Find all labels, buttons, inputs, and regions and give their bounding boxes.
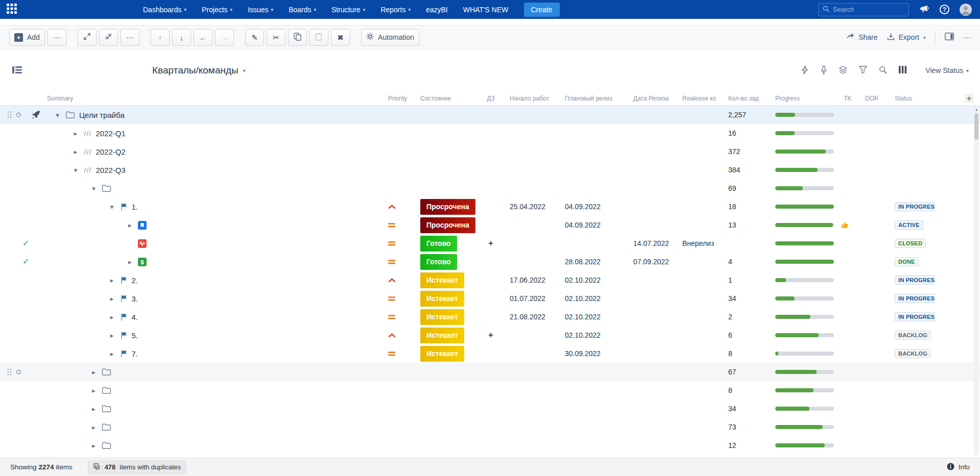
nav-menu-reports[interactable]: Reports▾ [380, 6, 411, 14]
priority-medium-icon[interactable] [388, 351, 395, 357]
status-lozenge[interactable]: ACTIVE [895, 220, 923, 230]
collapse-toggle-icon[interactable]: ▾ [72, 167, 80, 173]
cut-button[interactable]: ✂ [267, 29, 285, 46]
table-row[interactable]: ▾69 [0, 179, 980, 197]
status-lozenge[interactable]: IN PROGRESS [895, 275, 935, 285]
expand-toggle-icon[interactable]: ▸ [108, 295, 116, 302]
priority-medium-icon[interactable] [388, 314, 395, 320]
table-row[interactable]: ▸3.Истекает01.07.202202.10.202234IN PROG… [0, 289, 980, 308]
state-chip[interactable]: Просрочена [420, 217, 475, 233]
column-header-tk[interactable]: TK [834, 91, 855, 105]
column-header-status[interactable]: Status [878, 91, 935, 105]
share-button[interactable]: Share [846, 33, 877, 42]
state-chip[interactable]: Истекает [420, 328, 464, 343]
info-button[interactable]: Info [947, 463, 970, 472]
table-row[interactable]: ▸5.Истекает+02.10.20226BACKLOG [0, 326, 980, 344]
row-action-icon[interactable] [32, 111, 40, 119]
table-row[interactable]: ▾2022-Q3384 [0, 161, 980, 179]
table-row[interactable]: ✓Готово+14.07.2022ВнерелизCLOSED [0, 234, 980, 253]
state-chip[interactable]: Готово [420, 254, 457, 270]
column-header-plan[interactable]: Плановый релиз [558, 91, 624, 105]
columns-button[interactable] [899, 66, 906, 75]
export-button[interactable]: Export ▾ [887, 33, 926, 42]
state-chip[interactable]: Истекает [420, 346, 464, 362]
column-header-start[interactable]: Начало работ [501, 91, 558, 105]
scrollbar-thumb[interactable] [974, 113, 978, 140]
collapse-toggle-icon[interactable]: ▾ [90, 185, 98, 192]
status-lozenge[interactable]: IN PROGRESS [895, 202, 935, 211]
collapse-toggle-icon[interactable]: ▾ [108, 204, 116, 210]
collapse-toggle-icon[interactable]: ▾ [54, 112, 61, 118]
table-row[interactable]: ▸7.Истекает30.09.20228BACKLOG [0, 344, 980, 363]
drag-handle-icon[interactable] [7, 111, 12, 119]
table-row[interactable]: ✓▸$Готово28.08.202207.09.20224DONE [0, 253, 980, 271]
edit-button[interactable]: ✎ [245, 29, 264, 46]
search-input[interactable] [833, 6, 899, 13]
pin-button[interactable] [820, 65, 827, 76]
vertical-scrollbar[interactable]: ▲ [974, 107, 979, 456]
paste-button[interactable] [309, 29, 328, 46]
nav-menu-eazybi[interactable]: eazyBI [426, 6, 448, 14]
status-lozenge[interactable]: BACKLOG [895, 331, 931, 340]
priority-medium-icon[interactable] [388, 222, 395, 228]
table-row[interactable]: ▸73 [0, 418, 980, 436]
move-down-button[interactable]: ↓ [172, 29, 191, 46]
filter-button[interactable] [859, 66, 867, 75]
more-options-button[interactable]: ⋯ [963, 34, 971, 41]
nav-menu-projects[interactable]: Projects▾ [202, 6, 232, 14]
drag-handle-icon[interactable] [7, 368, 12, 376]
panel-layout-button[interactable] [945, 33, 954, 42]
status-lozenge[interactable]: CLOSED [895, 239, 926, 248]
state-chip[interactable]: Истекает [420, 291, 464, 307]
nav-menu-boards[interactable]: Boards▾ [289, 6, 316, 14]
priority-high-icon[interactable] [388, 204, 396, 209]
search-in-structure-button[interactable] [879, 66, 887, 76]
expand-toggle-icon[interactable]: ▸ [90, 387, 98, 394]
status-lozenge[interactable]: BACKLOG [895, 349, 931, 358]
table-row[interactable]: ▸34 [0, 399, 980, 418]
layers-button[interactable] [839, 66, 847, 76]
table-row[interactable]: ▸2.Истекает17.06.202202.10.20221IN PROGR… [0, 271, 980, 289]
expand-toggle-icon[interactable]: ▸ [108, 277, 116, 284]
table-row[interactable]: ▸67 [0, 363, 980, 381]
collapse-all-button[interactable] [99, 29, 118, 46]
column-header-progress[interactable]: Progress [768, 91, 834, 105]
outdent-button[interactable]: ← [194, 29, 212, 46]
state-chip[interactable]: Готово [420, 236, 457, 252]
expand-toggle-icon[interactable]: ▸ [108, 332, 116, 339]
view-status-dropdown[interactable]: View Status ▾ [925, 66, 969, 74]
indent-button[interactable]: → [215, 29, 234, 46]
expand-toggle-icon[interactable]: ▸ [90, 424, 98, 431]
app-switcher-button[interactable] [0, 0, 23, 19]
expand-toggle-icon[interactable]: ▸ [72, 148, 80, 155]
status-lozenge[interactable]: DONE [895, 257, 919, 266]
scroll-up-icon[interactable]: ▲ [974, 107, 979, 112]
add-more-menu-button[interactable]: ⋯ [47, 29, 66, 46]
expand-toggle-icon[interactable]: ▸ [126, 222, 134, 229]
quick-transform-button[interactable] [801, 65, 808, 76]
structure-title-dropdown[interactable]: Кварталы/команды ▾ [152, 65, 246, 76]
expand-toggle-icon[interactable]: ▸ [126, 259, 134, 265]
nav-menu-structure[interactable]: Structure▾ [331, 6, 365, 14]
automation-button[interactable]: Automation [361, 29, 419, 46]
expand-toggle-icon[interactable]: ▸ [90, 442, 98, 449]
nav-menu-dashboards[interactable]: Dashboards▾ [143, 6, 186, 14]
state-chip[interactable]: Истекает [420, 272, 464, 288]
expand-toggle-icon[interactable]: ▸ [90, 369, 98, 375]
nav-menu-what-s-new[interactable]: WHAT'S NEW [463, 6, 509, 14]
scrollbar-track[interactable] [974, 107, 979, 456]
priority-medium-icon[interactable] [388, 241, 395, 246]
priority-medium-icon[interactable] [388, 259, 395, 265]
copy-button[interactable] [288, 29, 307, 46]
column-header-reldate[interactable]: Дата Релиза [624, 91, 675, 105]
status-lozenge[interactable]: IN PROGRESS [895, 294, 935, 303]
priority-high-icon[interactable] [388, 333, 396, 338]
duplicates-badge[interactable]: 478 items with duplicates [88, 461, 187, 474]
table-row[interactable]: ▾1.Просрочена25.04.202204.09.202218IN PR… [0, 197, 980, 216]
priority-medium-icon[interactable] [388, 296, 395, 302]
table-row[interactable]: ▸12 [0, 436, 980, 455]
column-header-count[interactable]: Кол-во зад [722, 91, 768, 105]
state-chip[interactable]: Просрочена [420, 199, 475, 215]
hierarchy-more-button[interactable]: ⋯ [121, 29, 139, 46]
column-header-relname[interactable]: Realease ко [675, 91, 722, 105]
